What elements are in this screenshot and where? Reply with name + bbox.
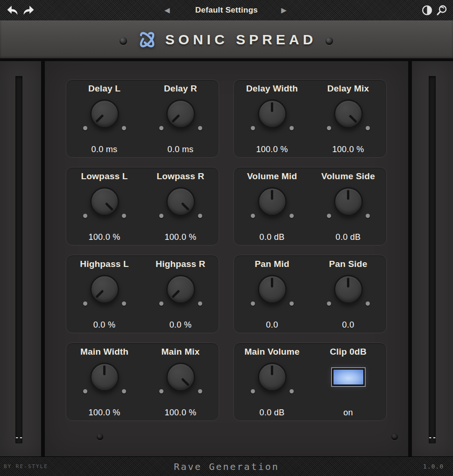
knob-pointer [259, 189, 285, 215]
lowpass-l-knob[interactable] [90, 187, 119, 216]
param-label: Volume Side [310, 171, 386, 182]
knob-max-dot [122, 301, 126, 306]
param-label: Lowpass R [142, 171, 219, 182]
knob-min-dot [159, 126, 163, 130]
knob-pointer [259, 364, 285, 390]
left-meter-readout: -- [11, 434, 27, 441]
param-value: 100.0 % [66, 232, 142, 242]
panel-delay-width-mix: Delay Width 100.0 % Delay Mix 100.0 % [234, 79, 387, 158]
knob-max-dot [122, 389, 126, 393]
param-value: 0.0 [310, 320, 386, 330]
param-label: Pan Side [310, 259, 386, 269]
bottom-bar: BY RE-STYLE Rave Generation 1.0.0 [0, 456, 453, 476]
knob-max-dot [198, 214, 202, 218]
main-volume-knob[interactable] [258, 363, 287, 392]
knob-pointer [259, 101, 285, 127]
panel-main-width-mix: Main Width 100.0 % Main Mix 100.0 % [66, 343, 219, 421]
delay-mix-knob[interactable] [334, 99, 363, 128]
main-panel-area: Delay L 0.0 ms Delay R 0.0 ms [45, 61, 408, 456]
param-label: Volume Mid [234, 171, 310, 182]
param-delay-r: Delay R 0.0 ms [142, 80, 219, 157]
knob-pointer [162, 95, 199, 132]
screw-icon [326, 37, 333, 45]
knob-max-dot [198, 389, 202, 393]
knob-max-dot [366, 214, 370, 218]
param-value: 100.0 % [142, 408, 219, 418]
param-value: 0.0 ms [66, 145, 142, 154]
knob-min-dot [83, 126, 87, 130]
knob-max-dot [122, 214, 126, 218]
highpass-r-knob[interactable] [166, 275, 195, 304]
knob-pointer [330, 95, 367, 132]
param-label: Delay R [142, 84, 219, 94]
param-value: on [310, 408, 386, 418]
contrast-toggle-button[interactable] [422, 5, 432, 16]
param-label: Main Volume [234, 347, 310, 357]
param-value: 100.0 % [310, 145, 386, 154]
param-pan-side: Pan Side 0.0 [310, 255, 386, 333]
main-width-knob[interactable] [90, 363, 119, 392]
knob-min-dot [83, 214, 87, 218]
vertical-divider [408, 61, 412, 456]
preset-next-button[interactable]: ▶ [281, 0, 287, 21]
knob-pointer [92, 364, 118, 390]
knob-pointer [335, 189, 361, 215]
knob-min-dot [251, 126, 255, 130]
contrast-icon [422, 5, 432, 16]
body: -- Delay L 0.0 ms Delay R [0, 61, 453, 456]
param-lowpass-l: Lowpass L 100.0 % [66, 168, 142, 245]
param-main-volume: Main Volume 0.0 dB [234, 343, 310, 420]
volume-mid-knob[interactable] [258, 187, 287, 216]
param-value: 0.0 dB [234, 408, 310, 418]
knob-pointer [86, 95, 123, 132]
param-value: 100.0 % [142, 232, 219, 242]
panel-volume-mid-side: Volume Mid 0.0 dB Volume Side 0.0 dB [234, 167, 387, 245]
panel-highpass: Highpass L 0.0 % Highpass R 0.0 % [66, 255, 219, 333]
volume-side-knob[interactable] [334, 187, 363, 216]
knob-min-dot [327, 301, 331, 306]
param-value: 0.0 dB [234, 232, 310, 242]
product-name: Rave Generation [0, 457, 453, 476]
param-label: Delay Width [234, 84, 310, 94]
pan-mid-knob[interactable] [258, 275, 287, 304]
delay-width-knob[interactable] [258, 99, 287, 128]
delay-l-knob[interactable] [90, 99, 119, 128]
magnifier-icon [436, 5, 447, 16]
param-label: Pan Mid [234, 259, 310, 269]
highpass-l-knob[interactable] [90, 275, 119, 304]
zoom-button[interactable] [436, 5, 447, 16]
knob-pointer [86, 183, 123, 220]
vertical-divider [41, 61, 45, 456]
right-level-meter [429, 76, 436, 443]
pan-side-knob[interactable] [334, 275, 363, 304]
panel-lowpass: Lowpass L 100.0 % Lowpass R 100.0 % [66, 167, 219, 245]
panel-delay-time: Delay L 0.0 ms Delay R 0.0 ms [66, 79, 219, 158]
param-value: 0.0 [234, 320, 310, 330]
knob-pointer [86, 271, 123, 308]
param-volume-side: Volume Side 0.0 dB [310, 168, 386, 245]
clip-0db-toggle-button[interactable] [332, 368, 365, 386]
knob-min-dot [251, 214, 255, 218]
knob-max-dot [366, 126, 370, 130]
param-pan-mid: Pan Mid 0.0 [234, 255, 310, 333]
plugin-window: ◀ Default Settings ▶ [0, 0, 453, 476]
knob-max-dot [290, 301, 294, 306]
preset-name[interactable]: Default Settings [0, 0, 453, 21]
main-mix-knob[interactable] [166, 363, 195, 392]
param-label: Lowpass L [66, 171, 142, 182]
knob-min-dot [327, 126, 331, 130]
right-meter-panel: -- [412, 61, 453, 456]
param-value: 100.0 % [66, 408, 142, 418]
knob-max-dot [290, 389, 294, 393]
knob-min-dot [159, 389, 163, 393]
knob-pointer [335, 276, 361, 302]
delay-r-knob[interactable] [166, 99, 195, 128]
header: SONIC SPREAD [0, 21, 453, 58]
param-delay-mix: Delay Mix 100.0 % [310, 80, 386, 157]
screw-icon [391, 434, 398, 440]
lowpass-r-knob[interactable] [166, 187, 195, 216]
knob-pointer [162, 271, 199, 308]
knob-min-dot [159, 301, 163, 306]
knob-max-dot [198, 301, 202, 306]
param-value: 0.0 % [66, 320, 142, 330]
